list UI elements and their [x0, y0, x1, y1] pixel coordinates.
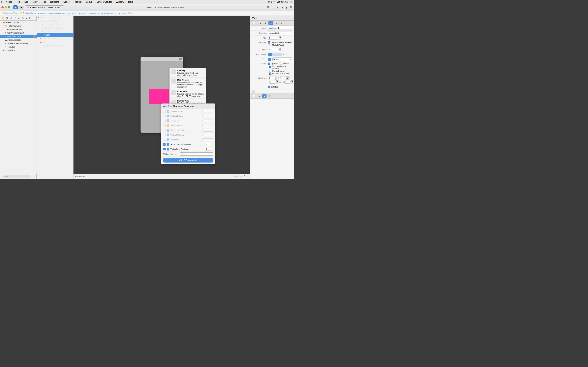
library-item-vibrancy[interactable]: ◇ Vibrancy Provides a blur effect, plus … [170, 68, 206, 78]
library-item-mapkit[interactable]: 🗺 Map Kit View Displays maps and provide… [170, 78, 206, 89]
popup-row-top[interactable]: ⇧ Top Edges ▼ [161, 118, 215, 123]
h-container-input[interactable] [205, 143, 211, 146]
breadcrumb-subview[interactable]: ▯ View [127, 12, 132, 14]
apple-menu[interactable]:  [1, 0, 2, 3]
nav-item-appdelegate[interactable]: S AppDelegate.swift [0, 28, 37, 31]
stretch-y[interactable] [280, 76, 286, 79]
nav-item-launchscreen[interactable]: ■ LaunchScreen.storyboard [0, 42, 37, 45]
menu-window[interactable]: Window [115, 0, 125, 3]
bottom-select[interactable]: ▼ [202, 124, 213, 127]
canvas-area[interactable]: → ■ ◇ Vibrancy Provi [73, 16, 250, 174]
background-swatch[interactable] [268, 53, 282, 56]
nav-history-icon[interactable]: ▲ [34, 175, 35, 177]
canvas-icon4[interactable]: ☰ [244, 175, 245, 177]
fullscreen-button[interactable] [8, 6, 10, 8]
clip-subviews-checkbox[interactable] [269, 70, 271, 72]
user-interaction-checkbox[interactable]: ✓ [268, 42, 270, 43]
baselines-checkbox[interactable] [163, 139, 165, 141]
nav-test-icon[interactable]: ✓ [17, 17, 20, 20]
breadcrumb-target[interactable]: 📁 RotatingUIView [20, 12, 36, 14]
nav-report-icon[interactable]: ☐ [29, 17, 32, 20]
top-checkbox[interactable] [163, 120, 165, 122]
outline-vc[interactable]: ▼ ■ View Controller [37, 19, 73, 23]
standard-editor[interactable]: ▭ [271, 6, 275, 9]
menu-product[interactable]: Product [73, 0, 82, 3]
inspector-tab-identity[interactable]: ■ [264, 21, 268, 25]
split-view[interactable]: ▮ [285, 6, 288, 9]
stretch-y-stepper[interactable]: ▲ ▼ [286, 76, 289, 80]
menu-help[interactable]: Help [128, 0, 134, 3]
trailing-checkbox[interactable] [163, 115, 165, 117]
navigator-toggle[interactable]: ☰ [267, 6, 270, 9]
breadcrumb-scene[interactable]: ■ View Controller Scene [79, 12, 100, 14]
multiple-touch-checkbox[interactable] [269, 44, 271, 46]
tag-input[interactable] [268, 37, 278, 40]
outline-first-responder[interactable]: ■ First Responder [37, 37, 73, 40]
nav-folder-icon[interactable]: 📁 [1, 17, 5, 20]
hcenters-checkbox[interactable] [163, 129, 165, 131]
run-button[interactable]: ▶ [13, 5, 18, 9]
v-container-checkbox[interactable]: ✓ [163, 148, 165, 150]
nav-item-products[interactable]: ▶ 📁 Products [0, 49, 37, 52]
minimize-button[interactable] [5, 6, 7, 8]
alpha-increment[interactable]: ▲ [279, 48, 281, 50]
outline-top-guide[interactable]: ■ Top Layout Guide [37, 23, 73, 26]
outline-entry-point[interactable]: → Storyboard Entry Point [37, 44, 73, 47]
nav-item-rotating-group[interactable]: ▼ 📁 RotatingUIView [0, 24, 37, 28]
nav-item-infoplist[interactable]: 📄 Info.plist [0, 45, 37, 49]
bottom-checkbox[interactable] [163, 125, 165, 127]
trailing-select[interactable]: ▼ [202, 115, 213, 117]
lib-tab-file[interactable]: 📄 [251, 94, 257, 98]
update-frames-select[interactable]: None ▼ [180, 152, 213, 156]
nav-filter-options[interactable]: ◐ [31, 175, 33, 177]
top-select[interactable]: ▼ [202, 119, 213, 122]
nav-item-assets[interactable]: ⚊ Assets.xcassets [0, 38, 37, 42]
menu-editor[interactable]: Editor [63, 0, 70, 3]
stretch-x[interactable] [268, 76, 274, 79]
alpha-stepper[interactable]: ▲ ▼ [279, 48, 281, 51]
add-constraints-button[interactable]: Add 2 Constraints [163, 158, 213, 163]
nav-search-icon[interactable]: 🔍 [9, 17, 13, 20]
breadcrumb-vc[interactable]: ■ View Controller [102, 12, 117, 14]
stretch-h[interactable] [284, 81, 291, 83]
stretch-w-stepper[interactable]: ▲ ▼ [276, 80, 278, 84]
stop-button[interactable]: ■ [19, 6, 24, 9]
lib-tab-media[interactable]: ■ [262, 94, 267, 98]
vcenters-select[interactable]: ▼ [202, 134, 213, 136]
hidden-checkbox[interactable] [280, 63, 282, 65]
search-menubar-icon[interactable]: 🔍 [290, 0, 293, 3]
nav-item-viewcontroller[interactable]: S ViewController.swift [0, 31, 37, 35]
outline-bottom-guide[interactable]: ■ Bottom Layout Guide [37, 26, 73, 30]
menu-view[interactable]: View [32, 0, 38, 3]
menu-debug[interactable]: Debug [85, 0, 93, 3]
stretch-h-stepper[interactable]: ▲ ▼ [291, 80, 294, 84]
menu-file[interactable]: File [16, 0, 21, 3]
nav-add-icon[interactable]: + [1, 175, 2, 178]
autoresize-checkbox[interactable]: ✓ [269, 73, 271, 75]
inspector-tab-size[interactable]: ▭ [274, 21, 279, 25]
add-inspector-item[interactable]: + [252, 90, 255, 93]
scheme-selector[interactable]: ⚙ RotatingUIView ▾ | iPhone 6s Plus ▾ [25, 5, 64, 9]
inspector-tab-attributes[interactable]: ☰ [268, 21, 273, 25]
baselines-select[interactable]: ▼ [202, 138, 213, 141]
navigator-filter[interactable] [3, 175, 30, 178]
popup-row-trailing[interactable]: ⇤ Trailing Edges ▼ [161, 114, 215, 118]
leading-select[interactable]: ▼ [202, 110, 213, 113]
nav-item-project[interactable]: ▼ 📦 RotatingUIView [0, 21, 37, 24]
alpha-decrement[interactable]: ▼ [279, 50, 281, 51]
nav-item-storyboard[interactable]: ■ Main.storyboard M [0, 35, 37, 38]
forward-icon[interactable]: ❯ [281, 6, 284, 9]
inspector-tab-file[interactable]: 📄 [251, 21, 257, 25]
tint-select[interactable]: Default ▼ [272, 58, 292, 61]
inspector-tab-quick[interactable]: ▲ [258, 21, 263, 25]
chevron-background[interactable]: ▼ [283, 53, 284, 55]
tag-stepper[interactable]: ▲ ▼ [279, 36, 281, 40]
menu-find[interactable]: Find [41, 0, 47, 3]
breadcrumb-storyboard[interactable]: ■ Main.storyboard [38, 12, 53, 14]
nav-warning-icon[interactable]: △ [14, 17, 17, 20]
breadcrumb-project[interactable]: 📁 RotatingUIView [1, 12, 18, 14]
tag-decrement[interactable]: ▼ [279, 38, 281, 40]
popup-row-leading[interactable]: ⇥ Leading Edges ▼ [161, 109, 215, 114]
opaque-checkbox[interactable]: ✓ [268, 63, 270, 65]
hcenters-select[interactable]: ▼ [202, 129, 213, 132]
